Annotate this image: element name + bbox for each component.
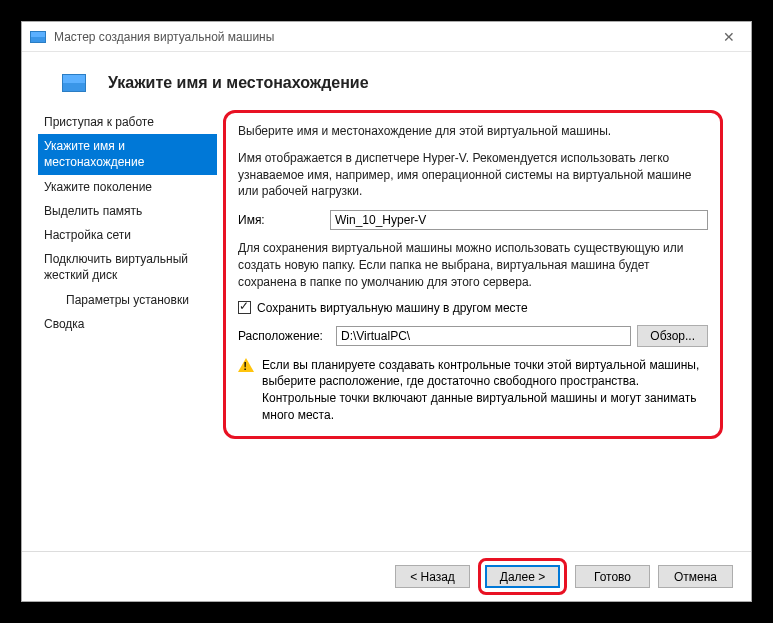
- sidebar-item-start[interactable]: Приступая к работе: [44, 110, 217, 134]
- sidebar-item-name-location[interactable]: Укажите имя и местонахождение: [38, 134, 217, 174]
- name-input[interactable]: [330, 210, 708, 230]
- sidebar-item-generation[interactable]: Укажите поколение: [44, 175, 217, 199]
- page-title: Укажите имя и местонахождение: [108, 74, 369, 92]
- warning-text: Если вы планируете создавать контрольные…: [262, 357, 708, 424]
- heading-icon: [62, 74, 86, 92]
- next-button[interactable]: Далее >: [485, 565, 560, 588]
- name-label: Имя:: [238, 213, 330, 227]
- browse-button[interactable]: Обзор...: [637, 325, 708, 347]
- warning-icon: [238, 358, 254, 374]
- sidebar-item-disk[interactable]: Подключить виртуальный жесткий диск: [44, 247, 217, 287]
- checkbox-label: Сохранить виртуальную машину в другом ме…: [257, 301, 528, 315]
- window-title: Мастер создания виртуальной машины: [54, 30, 715, 44]
- finish-button[interactable]: Готово: [575, 565, 650, 588]
- name-description: Имя отображается в диспетчере Hyper-V. Р…: [238, 150, 708, 200]
- save-elsewhere-checkbox[interactable]: [238, 301, 251, 314]
- title-bar: Мастер создания виртуальной машины ✕: [22, 22, 751, 52]
- location-input[interactable]: [336, 326, 631, 346]
- highlight-box: Выберите имя и местонахождение для этой …: [223, 110, 723, 439]
- back-button[interactable]: < Назад: [395, 565, 470, 588]
- sidebar-item-install-options[interactable]: Параметры установки: [44, 288, 217, 312]
- wizard-sidebar: Приступая к работе Укажите имя и местона…: [22, 110, 217, 439]
- button-row: < Назад Далее > Готово Отмена: [22, 551, 751, 601]
- next-highlight: Далее >: [478, 558, 567, 595]
- sidebar-item-memory[interactable]: Выделить память: [44, 199, 217, 223]
- intro-text: Выберите имя и местонахождение для этой …: [238, 123, 708, 140]
- sidebar-item-network[interactable]: Настройка сети: [44, 223, 217, 247]
- content-area: Выберите имя и местонахождение для этой …: [217, 110, 751, 439]
- save-description: Для сохранения виртуальной машины можно …: [238, 240, 708, 290]
- heading-area: Укажите имя и местонахождение: [22, 52, 751, 110]
- cancel-button[interactable]: Отмена: [658, 565, 733, 588]
- app-icon: [30, 31, 46, 43]
- location-label: Расположение:: [238, 329, 330, 343]
- close-icon[interactable]: ✕: [715, 25, 743, 49]
- sidebar-item-summary[interactable]: Сводка: [44, 312, 217, 336]
- wizard-dialog: Мастер создания виртуальной машины ✕ Ука…: [21, 21, 752, 602]
